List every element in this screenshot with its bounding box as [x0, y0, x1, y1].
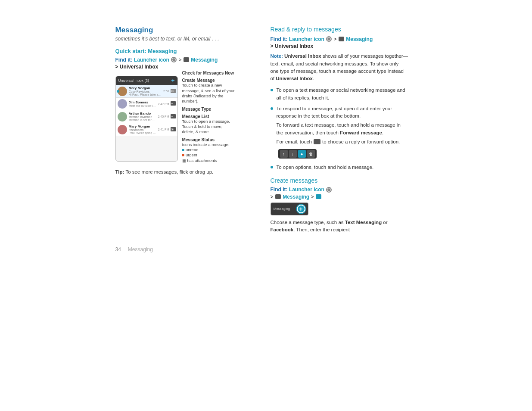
- msg-icon-right: ≡: [171, 114, 176, 119]
- toolbar-up-btn[interactable]: ↑: [280, 150, 288, 158]
- arrow: >: [179, 57, 183, 63]
- tip-text: Tip: To see more messages, flick or drag…: [115, 169, 253, 174]
- phone-header: Universal Inbox (3) +: [116, 76, 177, 85]
- msg-preview: Paul, We're going to need help w...: [129, 131, 157, 134]
- create-messages-title: Create messages: [271, 177, 408, 184]
- callout-label-text: Create Message: [182, 78, 215, 83]
- launcher-text: Launcher icon: [134, 57, 169, 63]
- page: Messaging sometimes it's best to text, o…: [0, 0, 532, 411]
- phone-msg-row[interactable]: Mary Morgan freelancers Paul, We're goin…: [116, 123, 177, 136]
- msg-name: Arthur Bando: [129, 112, 157, 115]
- avatar: [118, 125, 127, 134]
- left-column: Messaging sometimes it's best to text, o…: [115, 26, 253, 174]
- phone-msg-row[interactable]: Arthur Bando Meeting Invitation Meeting …: [116, 110, 177, 123]
- bullet-text: To open a text message or social network…: [277, 87, 408, 102]
- toolbar-trash-btn[interactable]: 🗑: [307, 150, 315, 158]
- quick-start-title: Quick start: Messaging: [115, 48, 253, 54]
- callout-label-text: Message Type: [182, 107, 212, 112]
- bullet-text: To open options, touch and hold a messag…: [277, 164, 374, 171]
- callout-desc: Touch to create a newmessage, & see a li…: [182, 83, 235, 104]
- messaging-icon: [184, 57, 189, 62]
- list-item: To open a text message or social network…: [271, 87, 408, 102]
- msg-preview: Meet me outside the theater...: [129, 104, 157, 107]
- callout-create: Create Message Touch to create a newmess…: [182, 78, 235, 104]
- page-section-label: Messaging: [128, 246, 153, 252]
- msg-icon-right: ✉: [171, 127, 176, 132]
- msg-content: Arthur Bando Meeting Invitation Meeting …: [129, 112, 157, 121]
- create-phone-area: Messaging +: [271, 202, 408, 215]
- find-it-messaging: Messaging: [338, 36, 373, 42]
- find-it-messaging: Messaging: [183, 57, 218, 63]
- avatar: [118, 99, 127, 109]
- callout-area: Universal Inbox (3) + Mary Morgan Copy R…: [115, 71, 253, 166]
- create-find-it-arrow: >: [271, 194, 275, 200]
- msg-time: 2:50: [163, 90, 169, 93]
- launcher-icon: [326, 187, 332, 193]
- list-item: To open options, touch and hold a messag…: [271, 164, 408, 171]
- launcher-icon: [326, 36, 332, 42]
- msg-sub: Copy Revisions: [129, 90, 162, 93]
- find-it-launcher: Launcher icon: [134, 57, 179, 63]
- create-find-it-messaging: > Messaging >: [271, 194, 408, 200]
- bullet-text: To respond to a message, just open it an…: [277, 105, 408, 120]
- msg-sub: Meeting Invitation: [129, 115, 157, 118]
- bullet-dot: [271, 107, 273, 110]
- find-it-line: Find it: Launcher icon > Messaging: [115, 57, 253, 63]
- find-it-label: Find it:: [271, 187, 288, 193]
- find-it-launcher: Launcher icon: [289, 36, 334, 42]
- messaging-text: Messaging: [346, 36, 373, 42]
- msg-name: Mary Morgan: [129, 125, 157, 128]
- msg-content: Jim Somers Meet me outside the theater..…: [129, 100, 157, 107]
- svg-text:≡: ≡: [171, 102, 173, 105]
- callout-status: Message Status Icons indicate a message:…: [182, 137, 235, 163]
- email-icon: [314, 139, 320, 144]
- msg-sub: freelancers: [129, 128, 157, 131]
- arrow: >: [334, 36, 338, 42]
- create-body: Choose a message type, such as Text Mess…: [271, 219, 408, 234]
- phone-plus-btn[interactable]: +: [171, 78, 174, 84]
- launcher-text: Launcher icon: [289, 187, 324, 193]
- launcher-icon: [171, 57, 177, 62]
- create-phone-mockup: Messaging +: [271, 202, 308, 215]
- create-find-it-launcher: Launcher icon: [289, 187, 332, 193]
- read-reply-title: Read & reply to messages: [271, 26, 408, 33]
- msg-name: Jim Somers: [129, 100, 157, 104]
- email-note-text: For email, touch: [277, 138, 312, 146]
- phone-msg-row[interactable]: Jim Somers Meet me outside the theater..…: [116, 98, 177, 110]
- toolbar-down-btn[interactable]: ↓: [289, 150, 297, 158]
- svg-text:✉: ✉: [171, 128, 174, 131]
- tip-content: To see more messages, flick or drag up.: [125, 169, 213, 174]
- messaging-icon: [339, 37, 344, 41]
- launcher-text: Launcher icon: [289, 36, 324, 42]
- callout-list: Message List Touch to open a message.Tou…: [182, 114, 235, 135]
- msg-time: 2:45 PM: [158, 115, 169, 118]
- note-block: Note: Universal Inbox shows all of your …: [271, 53, 408, 82]
- msg-preview: Meeting is set for next Thurs...: [129, 118, 157, 121]
- create-messaging-icon-wrap: Messaging: [275, 194, 311, 200]
- create-arrow2: >: [311, 194, 315, 200]
- universal-inbox-text: > Universal Inbox: [115, 64, 159, 70]
- email-note: For email, touch to choose a reply or fo…: [277, 138, 408, 160]
- msg-time: 2:47 PM: [158, 103, 169, 106]
- bullet-dot: [271, 166, 273, 168]
- forward-note: To forward a text message, touch and hol…: [277, 121, 408, 137]
- msg-icon-right: ✉: [171, 89, 176, 94]
- create-compose-icon: [315, 194, 322, 200]
- phone-msg-row[interactable]: Mary Morgan Copy Revisions Hi Paul, Plea…: [116, 85, 177, 98]
- main-title: Messaging: [115, 26, 253, 34]
- find-it-label: Find it:: [271, 36, 288, 42]
- callout-label-text: Message List: [182, 114, 209, 119]
- toolbar-reply-btn[interactable]: ●: [298, 150, 306, 158]
- messaging-text: Messaging: [191, 57, 218, 63]
- create-find-it-line: Find it: Launcher icon: [271, 187, 408, 193]
- page-number: 34: [115, 246, 121, 252]
- msg-content: Mary Morgan freelancers Paul, We're goin…: [129, 125, 157, 134]
- create-phone-text: Messaging: [274, 207, 290, 211]
- content-area: Messaging sometimes it's best to text, o…: [115, 26, 417, 234]
- svg-text:✉: ✉: [171, 90, 174, 93]
- find-it-label: Find it:: [115, 57, 133, 63]
- create-plus-button[interactable]: +: [297, 205, 305, 213]
- main-subtitle: sometimes it's best to text, or IM, or e…: [115, 36, 253, 42]
- svg-text:≡: ≡: [171, 115, 173, 118]
- callout-desc: Icons indicate a message: ■ unread ■ urg…: [182, 142, 235, 163]
